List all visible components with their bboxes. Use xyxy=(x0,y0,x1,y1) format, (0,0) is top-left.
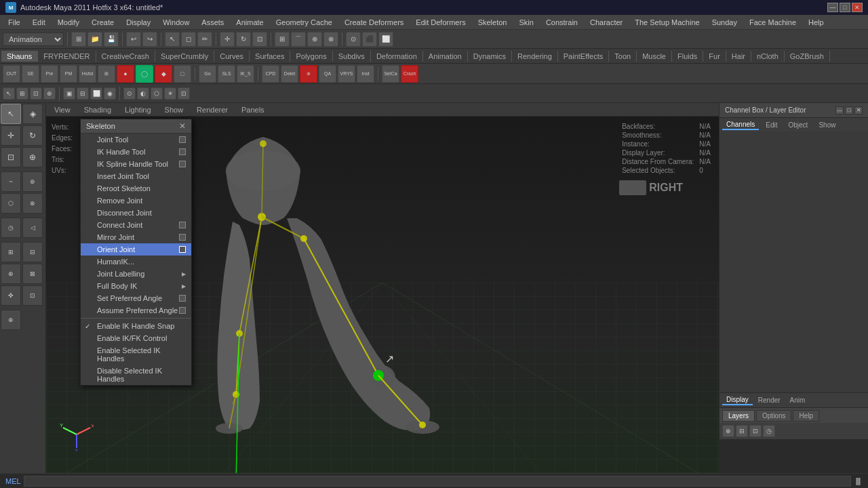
menu-enable-ik-snap[interactable]: Enable IK Handle Snap xyxy=(81,320,191,332)
tb-snap-curve[interactable]: ⌒ xyxy=(291,32,306,47)
menu-remove-joint[interactable]: Remove Joint xyxy=(81,195,191,207)
menu-create-deformers[interactable]: Create Deformers xyxy=(339,17,409,28)
menu-edit[interactable]: Edit xyxy=(27,17,51,28)
tb-ipr[interactable]: ⬜ xyxy=(378,32,393,47)
set-preferred-options[interactable] xyxy=(179,295,186,302)
menu-ik-handle-tool[interactable]: IK Handle Tool xyxy=(81,146,191,158)
tab-render[interactable]: Render xyxy=(754,396,785,405)
shelf-icon-box1[interactable]: □ xyxy=(174,65,191,83)
shelf-creativecrash[interactable]: CreativeCrash xyxy=(96,51,155,62)
menu-humanik[interactable]: HumanIK... xyxy=(81,256,191,268)
menu-joint-labelling[interactable]: Joint Labelling ▶ xyxy=(81,268,191,280)
menu-skeleton[interactable]: Skeleton xyxy=(473,17,513,28)
vtab-panels[interactable]: Panels xyxy=(236,105,270,115)
shelf-icon-delet[interactable]: Delet xyxy=(281,65,298,83)
vtab-renderer[interactable]: Renderer xyxy=(191,105,233,115)
shelf-fur[interactable]: Fur xyxy=(703,51,726,62)
cbtab-edit[interactable]: Edit xyxy=(762,121,781,129)
menu-geometry-cache[interactable]: Geometry Cache xyxy=(271,17,338,28)
menu-animate[interactable]: Animate xyxy=(231,17,269,28)
menu-enable-ik-fk[interactable]: Enable IK/FK Control xyxy=(81,332,191,344)
joint-tool-options[interactable] xyxy=(179,136,186,143)
cb-close[interactable]: ✕ xyxy=(854,106,863,115)
shelf-icon-selca[interactable]: SelCa xyxy=(382,65,399,83)
grid-tool-4[interactable]: ⊠ xyxy=(22,264,43,284)
misc-tool[interactable]: ⊕ xyxy=(1,310,21,330)
menu-assets[interactable]: Assets xyxy=(196,17,229,28)
shelf-toon[interactable]: Toon xyxy=(609,51,637,62)
minimize-button[interactable]: — xyxy=(827,3,838,12)
shelf-dynamics[interactable]: Dynamics xyxy=(468,51,512,62)
assume-preferred-options[interactable] xyxy=(179,307,186,314)
ik-handle-tool-options[interactable] xyxy=(179,148,186,155)
shelf-icon-pre[interactable]: Pre xyxy=(41,65,58,83)
layer-btn-3[interactable]: ⊡ xyxy=(749,425,762,437)
menu-face-machine[interactable]: Face Machine xyxy=(744,17,802,28)
menu-display[interactable]: Display xyxy=(121,17,156,28)
grid-tool-5[interactable]: ✜ xyxy=(1,285,21,306)
tb-save[interactable]: 💾 xyxy=(104,32,119,47)
grid-tool-3[interactable]: ⊕ xyxy=(1,264,21,284)
tb2-hierarchy[interactable]: ⊞ xyxy=(16,87,28,100)
ipr-tool[interactable]: ◁ xyxy=(22,218,43,238)
menu-modify[interactable]: Modify xyxy=(52,17,85,28)
paint-select-tool[interactable]: ◈ xyxy=(22,104,43,124)
tb2-render-proxy[interactable]: ⬡ xyxy=(151,87,163,100)
shelf-shauns[interactable]: Shauns xyxy=(1,51,38,62)
shelf-icon-go[interactable]: Go xyxy=(199,65,216,83)
shelf-surfaces[interactable]: Surfaces xyxy=(250,51,290,62)
show-manip[interactable]: ⬡ xyxy=(1,193,21,214)
shelf-icon-hshd[interactable]: Hshd xyxy=(79,65,96,83)
shelf-icon-out[interactable]: OUT xyxy=(3,65,20,83)
shelf-icon-cpd[interactable]: CPD xyxy=(262,65,279,83)
menu-character[interactable]: Character xyxy=(585,17,628,28)
cb-expand[interactable]: □ xyxy=(845,106,853,115)
vtab-lighting[interactable]: Lighting xyxy=(119,105,157,115)
shelf-icon-se[interactable]: SE xyxy=(22,65,39,83)
menu-disable-selected-ik[interactable]: Disable Selected IK Handles xyxy=(81,365,191,385)
menu-skin[interactable]: Skin xyxy=(513,17,538,28)
layer-btn-2[interactable]: ⊟ xyxy=(736,425,748,437)
cb-minimize[interactable]: — xyxy=(835,106,844,115)
shelf-icon-grid[interactable]: ⊞ xyxy=(98,65,115,83)
tb2-mask4[interactable]: ◉ xyxy=(104,87,116,100)
cbtab-object[interactable]: Object xyxy=(785,121,812,129)
tb2-mask3[interactable]: ⬜ xyxy=(90,87,102,100)
cbtab-channels[interactable]: Channels xyxy=(722,120,759,130)
shelf-icon-red1[interactable]: ● xyxy=(117,65,134,83)
shelf-icon-ik-s[interactable]: IK_S xyxy=(237,65,254,83)
shelf-fluids[interactable]: Fluids xyxy=(672,51,703,62)
shelf-icon-inst[interactable]: Inst xyxy=(357,65,374,83)
shelf-rendering[interactable]: Rendering xyxy=(512,51,558,62)
menu-help[interactable]: Help xyxy=(803,17,829,28)
shelf-hair[interactable]: Hair xyxy=(726,51,751,62)
ltab-help[interactable]: Help xyxy=(793,410,819,422)
skeleton-menu-close[interactable]: ✕ xyxy=(179,121,186,131)
shelf-animation[interactable]: Animation xyxy=(423,51,468,62)
shelf-subdivs[interactable]: Subdivs xyxy=(333,51,371,62)
tb-lasso[interactable]: ◻ xyxy=(181,32,196,47)
lasso-tool[interactable]: ⊗ xyxy=(22,193,43,214)
ltab-options[interactable]: Options xyxy=(756,410,791,422)
close-button[interactable]: ✕ xyxy=(852,3,863,12)
tb2-snap2[interactable]: ◐ xyxy=(137,87,149,100)
tb2-select-mode[interactable]: ↖ xyxy=(3,87,15,100)
shelf-icon-pm[interactable]: PM xyxy=(60,65,77,83)
shelf-supercrumbly[interactable]: SuperCrumbly xyxy=(155,51,214,62)
tb-new[interactable]: ⊞ xyxy=(71,32,86,47)
tb-snap-grid[interactable]: ⊞ xyxy=(275,32,290,47)
rotate-tool[interactable]: ↻ xyxy=(22,125,43,146)
menu-joint-tool[interactable]: Joint Tool xyxy=(81,134,191,146)
menu-assume-preferred-angle[interactable]: Assume Preferred Angle xyxy=(81,304,191,317)
orient-joint-options[interactable] xyxy=(179,246,186,253)
tb-open[interactable]: 📁 xyxy=(87,32,102,47)
tb2-light[interactable]: ☀ xyxy=(164,87,176,100)
grid-tool-6[interactable]: ⊡ xyxy=(22,285,43,306)
menu-edit-deformers[interactable]: Edit Deformers xyxy=(410,17,471,28)
shelf-fryrender[interactable]: FRYRENDER xyxy=(38,51,96,62)
menu-setup-machine[interactable]: The Setup Machine xyxy=(629,17,705,28)
mirror-joint-options[interactable] xyxy=(179,234,186,241)
menu-file[interactable]: File xyxy=(3,17,26,28)
menu-set-preferred-angle[interactable]: Set Preferred Angle xyxy=(81,292,191,304)
tb2-snap1[interactable]: ⊙ xyxy=(123,87,136,100)
